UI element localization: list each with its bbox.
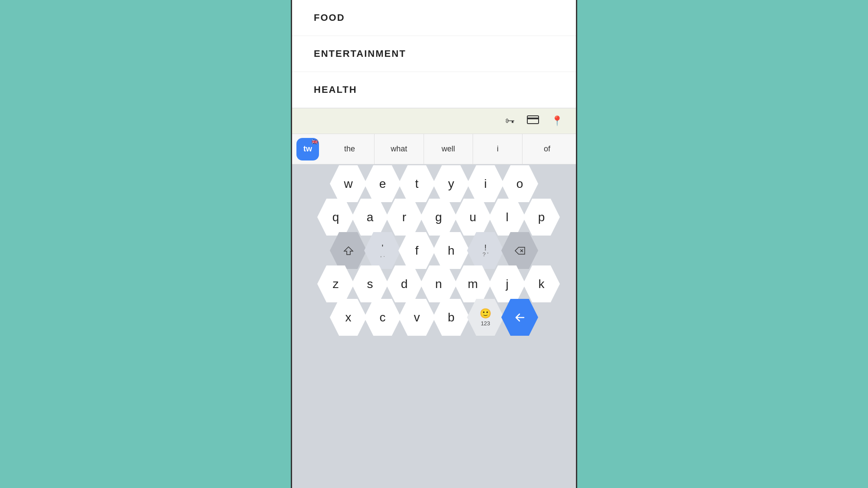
emoji-123-key[interactable]: 🙂 123: [467, 299, 504, 336]
suggestion-items: the what well i of: [325, 134, 572, 164]
key-z[interactable]: z: [317, 265, 354, 302]
enter-key[interactable]: [501, 299, 538, 336]
suggestion-well[interactable]: well: [424, 134, 473, 164]
key-y[interactable]: y: [433, 165, 470, 202]
suggestion-the[interactable]: the: [325, 134, 375, 164]
key-o[interactable]: o: [501, 165, 538, 202]
key-j[interactable]: j: [489, 265, 526, 302]
emoji-icon: 🙂: [480, 308, 491, 319]
key-n[interactable]: n: [420, 265, 457, 302]
key-row-1: w e t y i o: [294, 168, 574, 200]
key-d[interactable]: d: [386, 265, 423, 302]
key-m[interactable]: m: [454, 265, 491, 302]
key-x[interactable]: x: [330, 299, 367, 336]
key-q[interactable]: q: [317, 199, 354, 236]
svg-rect-1: [527, 118, 539, 119]
key-row-2: q a r g u l p: [303, 201, 574, 233]
key-w[interactable]: w: [330, 165, 367, 202]
backspace-key[interactable]: [501, 232, 538, 269]
tw-flag: 🇬🇧: [312, 139, 318, 145]
key-s[interactable]: s: [352, 265, 388, 302]
key-punct2[interactable]: ! ? ': [467, 232, 504, 269]
toolbar-area: 🗝 📍: [292, 108, 576, 134]
suggestion-what[interactable]: what: [375, 134, 424, 164]
suggestion-of[interactable]: of: [523, 134, 572, 164]
key-h[interactable]: h: [433, 232, 470, 269]
phone-container: FOOD ENTERTAINMENT HEALTH 🗝 📍 tw 🇬🇧 the: [291, 0, 577, 488]
key-v[interactable]: v: [398, 299, 435, 336]
key-icon[interactable]: 🗝: [505, 115, 515, 127]
key-row-4: z s d n m j k: [303, 268, 574, 300]
key-f[interactable]: f: [398, 232, 435, 269]
key-k[interactable]: k: [523, 265, 560, 302]
key-p[interactable]: p: [523, 199, 560, 236]
menu-item-entertainment[interactable]: ENTERTAINMENT: [292, 36, 576, 72]
key-row-3: ' , . f h ! ? ': [294, 235, 574, 266]
key-punct[interactable]: ' , .: [364, 232, 401, 269]
key-a[interactable]: a: [352, 199, 388, 236]
key-e[interactable]: e: [364, 165, 401, 202]
tw-logo: tw 🇬🇧: [296, 138, 319, 160]
menu-item-health[interactable]: HEALTH: [292, 72, 576, 108]
key-row-5: x c v b 🙂 123: [294, 301, 574, 333]
suggestions-bar: tw 🇬🇧 the what well i of: [292, 134, 576, 164]
content-area: FOOD ENTERTAINMENT HEALTH: [292, 0, 576, 108]
menu-item-food[interactable]: FOOD: [292, 0, 576, 36]
key-g[interactable]: g: [420, 199, 457, 236]
key-r[interactable]: r: [386, 199, 423, 236]
key-b[interactable]: b: [433, 299, 470, 336]
key-l[interactable]: l: [489, 199, 526, 236]
location-icon[interactable]: 📍: [551, 115, 563, 127]
tw-logo-text: tw: [303, 144, 312, 154]
keyboard-area: w e t y i o q a r g u l p ': [292, 164, 576, 488]
shift-key[interactable]: [330, 232, 367, 269]
suggestion-i[interactable]: i: [473, 134, 523, 164]
key-i[interactable]: i: [467, 165, 504, 202]
num-label: 123: [481, 320, 490, 327]
card-icon[interactable]: [527, 115, 539, 127]
key-c[interactable]: c: [364, 299, 401, 336]
key-t[interactable]: t: [398, 165, 435, 202]
key-u[interactable]: u: [454, 199, 491, 236]
svg-rect-0: [527, 116, 539, 124]
